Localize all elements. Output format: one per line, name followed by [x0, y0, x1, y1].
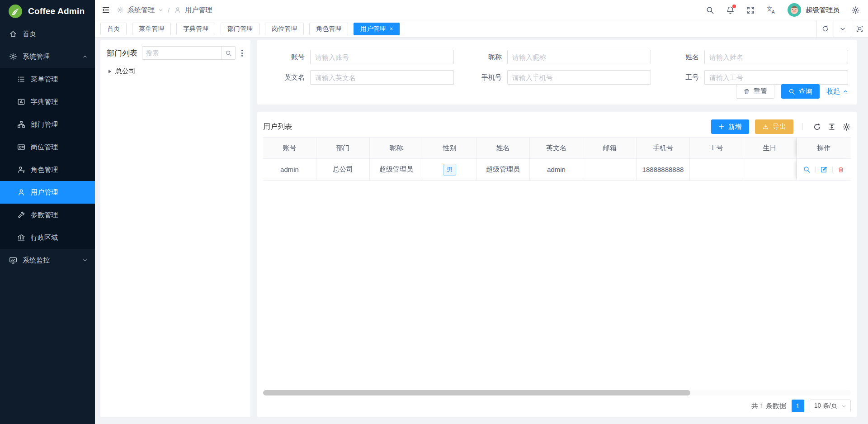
- refresh-icon[interactable]: [816, 20, 834, 37]
- query-button[interactable]: 查询: [781, 84, 820, 99]
- column-header[interactable]: 账号: [263, 137, 316, 159]
- scrollbar-thumb[interactable]: [263, 390, 690, 395]
- tab-dict-mgmt[interactable]: 字典管理: [176, 23, 215, 35]
- name-input[interactable]: [704, 50, 848, 64]
- column-header[interactable]: 生日: [743, 137, 797, 159]
- sidebar-item-system-mgmt[interactable]: 系统管理: [0, 45, 95, 68]
- column-header[interactable]: 昵称: [370, 137, 423, 159]
- view-magnifier-icon[interactable]: [803, 166, 811, 173]
- chevron-down-icon[interactable]: [834, 20, 851, 37]
- column-header[interactable]: 邮箱: [583, 137, 637, 159]
- bank-icon: [17, 233, 25, 242]
- phone-input[interactable]: [507, 70, 651, 85]
- tab-home[interactable]: 首页: [100, 23, 127, 35]
- edit-icon[interactable]: [820, 166, 828, 173]
- maximize-icon[interactable]: [851, 20, 868, 37]
- sidebar-item-post-mgmt[interactable]: 岗位管理: [0, 136, 95, 158]
- close-icon[interactable]: ×: [390, 26, 393, 32]
- tree-node-head-office[interactable]: 总公司: [107, 67, 244, 76]
- work-no-input[interactable]: [704, 70, 848, 85]
- translate-icon[interactable]: 文A: [767, 5, 776, 14]
- row-height-icon[interactable]: [828, 123, 836, 131]
- page-tabs: 首页 菜单管理 字典管理 部门管理 岗位管理 角色管理 用户管理 ×: [95, 20, 868, 38]
- field-label: 工号: [651, 73, 704, 82]
- department-search-input[interactable]: [142, 49, 222, 57]
- column-settings-gear-icon[interactable]: [842, 123, 851, 131]
- org-tree-icon: [17, 120, 25, 129]
- column-header[interactable]: 姓名: [476, 137, 530, 159]
- field-name: 姓名: [651, 50, 848, 64]
- department-search-button[interactable]: [222, 47, 235, 59]
- sidebar-item-dept-mgmt[interactable]: 部门管理: [0, 113, 95, 136]
- sidebar-item-role-mgmt[interactable]: 角色管理: [0, 158, 95, 181]
- chevron-down-icon[interactable]: [158, 8, 163, 13]
- caret-right-icon[interactable]: [108, 70, 111, 73]
- column-header[interactable]: 性别: [423, 137, 476, 159]
- sidebar-item-admin-region[interactable]: 行政区域: [0, 226, 95, 249]
- fullscreen-icon[interactable]: [746, 6, 755, 14]
- horizontal-scrollbar: [263, 390, 851, 395]
- delete-trash-icon[interactable]: [837, 166, 844, 173]
- field-english-name: 英文名: [257, 70, 454, 85]
- tab-menu-mgmt[interactable]: 菜单管理: [132, 23, 171, 35]
- menu-fold-icon[interactable]: [101, 5, 110, 14]
- gear-icon: [9, 52, 17, 61]
- cell-name: 超级管理员: [476, 159, 530, 181]
- query-button-label: 查询: [799, 87, 812, 96]
- divider: [815, 167, 816, 173]
- column-header[interactable]: 手机号: [637, 137, 690, 159]
- sidebar-item-system-monitor[interactable]: 系统监控: [0, 249, 95, 272]
- sidebar-item-param-mgmt[interactable]: 参数管理: [0, 204, 95, 226]
- breadcrumb-separator: /: [168, 6, 170, 14]
- chevron-up-icon: [82, 54, 88, 59]
- column-header[interactable]: 英文名: [530, 137, 583, 159]
- add-button[interactable]: 新增: [711, 119, 749, 134]
- user-menu[interactable]: 超级管理员: [788, 3, 840, 17]
- tab-dept-mgmt[interactable]: 部门管理: [221, 23, 259, 35]
- svg-text:A: A: [772, 10, 775, 14]
- tab-label: 字典管理: [183, 25, 208, 33]
- user-icon: [174, 6, 181, 14]
- user-name: 超级管理员: [806, 6, 840, 14]
- sidebar-item-dict-mgmt[interactable]: 字典管理: [0, 91, 95, 113]
- tab-user-mgmt[interactable]: 用户管理 ×: [354, 23, 400, 35]
- sidebar-item-label: 系统管理: [23, 52, 82, 61]
- nickname-input[interactable]: [507, 50, 651, 64]
- tab-post-mgmt[interactable]: 岗位管理: [265, 23, 304, 35]
- sidebar-item-user-mgmt[interactable]: 用户管理: [0, 181, 95, 204]
- dictionary-icon: [17, 98, 25, 106]
- refresh-icon[interactable]: [813, 123, 821, 131]
- settings-gear-icon[interactable]: [851, 6, 860, 14]
- header-actions: 文A 超级管理员: [706, 3, 860, 17]
- divider: [832, 167, 833, 173]
- page-size-select[interactable]: 10 条/页: [810, 400, 851, 412]
- tab-label: 角色管理: [316, 25, 341, 33]
- sidebar-item-label: 岗位管理: [31, 143, 88, 152]
- collapse-link[interactable]: 收起: [826, 87, 848, 96]
- field-phone: 手机号: [454, 70, 651, 85]
- monitor-icon: [9, 256, 17, 264]
- page-size-value: 10 条/页: [814, 402, 837, 410]
- reset-button[interactable]: 重置: [736, 84, 774, 99]
- app-logo[interactable]: Coffee Admin: [0, 0, 95, 23]
- cell-phone: 18888888888: [637, 159, 690, 181]
- id-card-icon: [17, 143, 25, 151]
- export-button[interactable]: 导出: [755, 119, 793, 134]
- column-header[interactable]: 工号: [690, 137, 743, 159]
- table-header-row: 账号 部门 昵称 性别 姓名 英文名 邮箱 手机号 工号 生日 操作: [263, 137, 851, 159]
- more-options-icon[interactable]: [240, 49, 244, 57]
- sidebar-item-home[interactable]: 首页: [0, 23, 95, 45]
- english-name-input[interactable]: [310, 70, 454, 85]
- plus-icon: [718, 124, 725, 130]
- column-header[interactable]: 部门: [316, 137, 370, 159]
- sidebar-item-menu-mgmt[interactable]: 菜单管理: [0, 68, 95, 91]
- search-form: 账号 昵称 姓名 英文名 手机号: [257, 50, 848, 85]
- breadcrumb-section[interactable]: 系统管理: [127, 6, 155, 14]
- page-1-button[interactable]: 1: [792, 400, 804, 412]
- search-icon[interactable]: [706, 6, 714, 14]
- field-label: 昵称: [454, 53, 507, 62]
- tab-role-mgmt[interactable]: 角色管理: [309, 23, 348, 35]
- department-search: [142, 46, 236, 60]
- notification-bell-icon[interactable]: [726, 6, 735, 14]
- account-input[interactable]: [310, 50, 454, 64]
